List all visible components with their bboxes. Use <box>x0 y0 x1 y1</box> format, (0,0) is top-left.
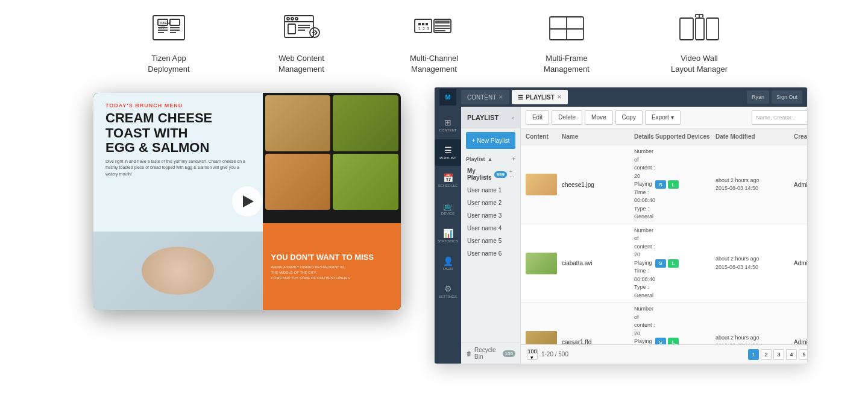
tab-content[interactable]: CONTENT ✕ <box>461 90 509 104</box>
table-header: Content Name Details Supported Devices D… <box>521 128 808 145</box>
details-cheese: Number of content : 20Playing Time : 00:… <box>634 148 655 221</box>
food-item-1 <box>265 95 331 151</box>
svg-text:TIZEN: TIZEN <box>159 21 169 25</box>
table-row[interactable]: cheese1.jpg Number of content : 20Playin… <box>521 145 808 224</box>
table-row[interactable]: ciabatta.avi Number of content : 20Playi… <box>521 224 808 303</box>
device-sidebar-label: DEVICE <box>441 212 454 215</box>
section-collapse-icon: ▲ <box>488 156 493 162</box>
svg-text:2: 2 <box>423 27 425 31</box>
magicinfo-app: M CONTENT ✕ ☰ PLAYLIST ✕ Ryan Sign Out ⊞ <box>434 87 808 364</box>
creator-ciabatta: Admin <box>794 260 808 266</box>
multi-frame-label: Multi-Frame Management <box>544 53 590 75</box>
sidebar-item-content[interactable]: ⊞ CONTENT <box>435 112 461 138</box>
sidebar-item-playlist[interactable]: ☰ PLAYLIST <box>435 139 461 166</box>
plate-visual <box>142 247 214 295</box>
svg-text:1: 1 <box>418 27 421 31</box>
details-ciabatta: Number of content : 20Playing Time : 00:… <box>634 227 655 300</box>
playlist-section-label: Playlist <box>466 156 485 162</box>
play-triangle-icon <box>243 195 254 207</box>
svg-point-14 <box>291 17 294 20</box>
table-row[interactable]: caesar1.ffd Number of content : 20Playin… <box>521 303 808 344</box>
main-content-area: TODAY'S BRUNCH MENU CREAM CHEESE TOAST W… <box>0 87 868 376</box>
my-playlists-item[interactable]: My Playlists 999 + ⋯ <box>461 165 520 184</box>
copy-button[interactable]: Copy <box>615 110 643 125</box>
tizen-label: Tizen App Deployment <box>148 53 189 75</box>
svg-rect-4 <box>170 19 180 25</box>
app-layout: ⊞ CONTENT ☰ PLAYLIST 📅 SCHEDULE 📺 DEVICE… <box>435 107 807 364</box>
device-badge-s: S <box>655 180 666 189</box>
sign-out-button[interactable]: Sign Out <box>772 90 802 104</box>
sidebar-item-user[interactable]: 👤 USER <box>435 250 461 277</box>
svg-point-13 <box>287 17 289 20</box>
food-plate <box>93 232 263 310</box>
user-sidebar-icon: 👤 <box>443 256 453 266</box>
sidebar-item-schedule[interactable]: 📅 SCHEDULE <box>435 167 461 194</box>
playlist-panel-header: PLAYLIST ‹ <box>461 107 520 128</box>
user-sidebar-label: USER <box>443 267 453 271</box>
tab-content-close-icon[interactable]: ✕ <box>498 94 503 100</box>
page-3-button[interactable]: 3 <box>773 349 784 360</box>
svg-rect-40 <box>696 18 704 40</box>
content-toolbar: Edit Delete Move Copy Export ▾ Name, Cre… <box>521 107 808 128</box>
playlist-user-3[interactable]: User name 3 <box>461 209 520 222</box>
svg-rect-39 <box>680 18 693 40</box>
th-devices: Supported Devices <box>655 133 715 140</box>
icon-item-multi-frame: Multi-Frame Management <box>524 11 609 75</box>
tizen-icon: TIZEN APP <box>147 11 190 47</box>
playlist-user-1[interactable]: User name 1 <box>461 184 520 197</box>
food-item-4 <box>333 154 398 210</box>
creator-cheese: Admin <box>794 181 808 188</box>
device-sidebar-icon: 📺 <box>443 201 453 210</box>
tab-playlist[interactable]: ☰ PLAYLIST ✕ <box>512 90 567 104</box>
tab-playlist-close-icon[interactable]: ✕ <box>557 94 562 100</box>
playlist-user-5[interactable]: User name 5 <box>461 235 520 247</box>
delete-button[interactable]: Delete <box>552 110 582 125</box>
settings-sidebar-label: SETTINGS <box>439 295 457 298</box>
statistics-sidebar-icon: 📊 <box>443 229 453 238</box>
devices-caesar: S L <box>655 338 715 344</box>
thumb-caesar <box>526 331 557 344</box>
devices-ciabatta: S L <box>655 259 715 268</box>
user-label[interactable]: Ryan <box>747 90 769 104</box>
dont-want-text: YOU DON'T WANT TO MISS <box>271 253 393 262</box>
sidebar-item-settings[interactable]: ⚙ SETTINGS <box>435 278 461 304</box>
icon-item-multi-channel: 1 2 3 Multi-Channel Management <box>392 11 476 75</box>
date-caesar: about 2 hours ago2015-08-03 14:50 <box>715 334 794 345</box>
recycle-bin[interactable]: 🗑 Recycle Bin 100 <box>461 342 520 364</box>
icon-item-tizen: TIZEN APP Tizen App Deployment <box>127 11 211 75</box>
multi-channel-icon: 1 2 3 <box>412 11 456 47</box>
brunch-title: CREAM CHEESE TOAST WITH EGG & SALMON <box>105 111 251 155</box>
statistics-sidebar-label: STATISTICS <box>438 239 458 243</box>
icon-item-web-content: Web Content Management <box>259 11 344 75</box>
page-4-button[interactable]: 4 <box>786 349 797 360</box>
sidebar-item-statistics[interactable]: 📊 STATISTICS <box>435 222 461 249</box>
playlist-panel: PLAYLIST ‹ + New Playlist Playlist ▲ + M… <box>461 107 521 364</box>
page-2-button[interactable]: 2 <box>761 349 772 360</box>
device-badge-l: L <box>668 338 679 344</box>
thumb-cheese <box>526 174 557 195</box>
page-buttons: 1 2 3 4 5 ... 19 <box>748 349 808 360</box>
my-playlists-actions[interactable]: + ⋯ <box>509 169 514 180</box>
svg-line-22 <box>315 30 317 33</box>
playlist-sidebar-icon: ☰ <box>444 145 452 155</box>
svg-rect-26 <box>422 23 424 25</box>
app-logo: M <box>439 89 456 106</box>
device-badge-l: L <box>668 180 679 189</box>
new-playlist-button[interactable]: + New Playlist <box>466 132 515 149</box>
recycle-bin-label: Recycle Bin <box>474 347 500 360</box>
export-button[interactable]: Export ▾ <box>645 110 681 125</box>
play-button[interactable] <box>232 186 262 216</box>
page-1-button[interactable]: 1 <box>748 349 759 360</box>
filename-caesar: caesar1.ffd <box>562 339 634 345</box>
move-button[interactable]: Move <box>585 110 612 125</box>
edit-button[interactable]: Edit <box>526 110 549 125</box>
playlist-user-4[interactable]: User name 4 <box>461 222 520 235</box>
main-content-panel: Edit Delete Move Copy Export ▾ Name, Cre… <box>521 107 808 364</box>
per-page-selector[interactable]: 100 ▾ <box>527 349 538 360</box>
search-box[interactable]: Name, Creator... 🔍 <box>752 110 808 125</box>
web-content-label: Web Content Management <box>278 53 324 75</box>
playlist-user-6[interactable]: User name 6 <box>461 247 520 260</box>
page-5-button[interactable]: 5 <box>799 349 808 360</box>
sidebar-item-device[interactable]: 📺 DEVICE <box>435 195 461 221</box>
playlist-user-2[interactable]: User name 2 <box>461 197 520 209</box>
